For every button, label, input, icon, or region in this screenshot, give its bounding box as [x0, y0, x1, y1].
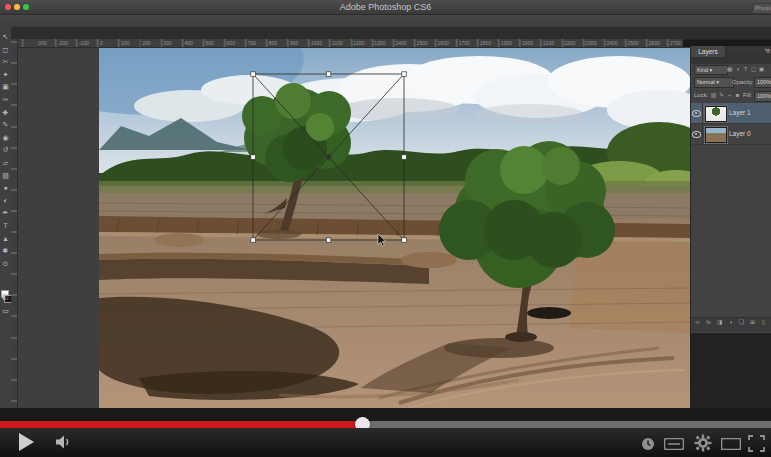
lock-position-icon[interactable]: +	[726, 91, 733, 99]
delete-layer-icon[interactable]: ▯	[760, 318, 767, 326]
volume-button[interactable]	[56, 435, 72, 449]
ruler-tick-label: 100	[121, 39, 129, 47]
ruler-tick-label: -200	[58, 39, 68, 47]
panel-menu-icon[interactable]: ≡	[766, 46, 770, 57]
eye-icon[interactable]	[692, 110, 701, 117]
filter-adjustment-layers-icon[interactable]: ◑	[734, 65, 741, 73]
layer-filter-dropdown[interactable]: Kind ▾	[694, 65, 728, 75]
move-tool-icon[interactable]: ↖	[0, 31, 11, 43]
ruler-tick-label: 300	[163, 39, 171, 47]
brush-tool-icon[interactable]: ✎	[0, 119, 11, 131]
ruler-tick-label: -300	[37, 39, 47, 47]
filter-smart-objects-icon[interactable]: ▣	[758, 65, 765, 73]
ruler-tick-label: 1700	[459, 39, 470, 47]
tab-layers[interactable]: Layers	[691, 46, 726, 57]
ruler-tick-label: 0	[100, 39, 103, 47]
opacity-field[interactable]: 100%	[754, 77, 771, 88]
layer-name: Layer 0	[729, 130, 751, 137]
ruler-tick-label: 1600	[438, 39, 449, 47]
lock-pixels-icon[interactable]: ✎	[718, 91, 725, 99]
crop-tool-icon[interactable]: ▣	[0, 81, 11, 93]
hand-tool-icon[interactable]: ✱	[0, 245, 11, 257]
app-title: Adobe Photoshop CS6	[0, 2, 771, 12]
horizontal-ruler: -300-200-1000100200300400500600700800900…	[17, 39, 683, 48]
ruler-tick-label: 2000	[522, 39, 533, 47]
move-cursor-icon	[378, 234, 385, 246]
marquee-tool-icon[interactable]: ◻	[0, 44, 11, 56]
opacity-label: Opacity:	[732, 79, 754, 85]
captions-icon[interactable]	[664, 438, 684, 450]
quick-mask-mode-icon[interactable]: ◧	[0, 291, 11, 303]
transform-overlay	[99, 48, 690, 408]
workspace-switcher-button[interactable]: Photography	[752, 3, 771, 14]
ruler-tick-label: 1400	[395, 39, 406, 47]
clone-stamp-tool-icon[interactable]: ◉	[0, 132, 11, 144]
layers-panel: ▸▸ Layers ≡ Kind ▾ ▦◑T◻▣ Normal ▾ Opacit…	[690, 46, 771, 333]
screen-mode-icon[interactable]: ▭	[0, 305, 11, 317]
ruler-tick-label: 1000	[311, 39, 322, 47]
ruler-tick-label: -100	[79, 39, 89, 47]
layer-row[interactable]: Layer 0	[691, 124, 771, 145]
ruler-tick-label: 1100	[332, 39, 343, 47]
path-selection-tool-icon[interactable]: ▲	[0, 233, 11, 245]
filter-shape-layers-icon[interactable]: ◻	[750, 65, 757, 73]
ruler-tick-label: 2600	[649, 39, 660, 47]
layer-thumbnail[interactable]	[705, 106, 727, 122]
lasso-tool-icon[interactable]: ✂	[0, 56, 11, 68]
layer-style-icon[interactable]: fx	[705, 318, 712, 326]
video-progress-fill	[0, 421, 362, 428]
healing-brush-tool-icon[interactable]: ✚	[0, 107, 11, 119]
play-button[interactable]	[16, 432, 36, 452]
layer-row[interactable]: Layer 1	[691, 103, 771, 124]
ruler-tick-label: 200	[142, 39, 150, 47]
gradient-tool-icon[interactable]: ▨	[0, 170, 11, 182]
layer-visibility-toggle[interactable]	[691, 124, 703, 144]
layer-visibility-toggle[interactable]	[691, 103, 703, 123]
pen-tool-icon[interactable]: ✒	[0, 207, 11, 219]
new-adjustment-layer-icon[interactable]: ◑	[727, 318, 734, 326]
quick-selection-tool-icon[interactable]: ✦	[0, 69, 11, 81]
eraser-tool-icon[interactable]: ▱	[0, 157, 11, 169]
ruler-tick-label: 2500	[628, 39, 639, 47]
eyedropper-tool-icon[interactable]: ✑	[0, 94, 11, 106]
link-layers-icon[interactable]: ∞	[694, 318, 701, 326]
eye-icon[interactable]	[692, 131, 701, 138]
photoshop-tutorial-video-frame: Adobe Photoshop CS6 Photography ◻▾ X: 12…	[0, 0, 771, 457]
ruler-tick-label: 500	[206, 39, 214, 47]
add-layer-mask-icon[interactable]: ◨	[716, 318, 723, 326]
blend-mode-dropdown[interactable]: Normal ▾	[694, 77, 734, 88]
lock-label: Lock:	[694, 92, 708, 98]
app-title-bar: Adobe Photoshop CS6 Photography	[0, 0, 771, 15]
filter-pixel-layers-icon[interactable]: ▦	[726, 65, 733, 73]
lock-transparency-icon[interactable]: ▨	[710, 91, 717, 99]
vertical-ruler	[11, 39, 18, 421]
layer-name: Layer 1	[729, 109, 751, 116]
history-brush-tool-icon[interactable]: ↺	[0, 144, 11, 156]
video-control-bar: 0:24 / 0:52 HD	[0, 428, 771, 457]
ruler-tick-label: 2400	[606, 39, 617, 47]
theater-mode-icon[interactable]	[721, 438, 741, 450]
fill-field[interactable]: 100%	[754, 91, 771, 102]
zoom-tool-icon[interactable]: ⊙	[0, 258, 11, 270]
layers-panel-bottom-bar: ∞fx◨◑❏⊞▯	[691, 317, 771, 332]
ruler-tick-label: 400	[184, 39, 192, 47]
new-group-icon[interactable]: ❏	[738, 318, 745, 326]
window-bottom-strip	[0, 408, 771, 421]
settings-gear-icon[interactable]	[694, 434, 712, 452]
type-tool-icon[interactable]: T	[0, 220, 11, 232]
ruler-tick-label: 2300	[585, 39, 596, 47]
ruler-tick-label: 2100	[543, 39, 554, 47]
fill-label: Fill:	[743, 92, 752, 98]
filter-type-layers-icon[interactable]: T	[742, 65, 749, 73]
blur-tool-icon[interactable]: ●	[0, 182, 11, 194]
ruler-tick-label: 600	[227, 39, 235, 47]
ruler-tick-label: 1900	[501, 39, 512, 47]
new-layer-icon[interactable]: ⊞	[749, 318, 756, 326]
layer-thumbnail[interactable]	[705, 127, 727, 143]
ruler-tick-label: 700	[248, 39, 256, 47]
watch-later-icon[interactable]	[641, 437, 655, 451]
dodge-tool-icon[interactable]: ◐	[0, 195, 11, 207]
lock-all-icon[interactable]: ■	[734, 91, 741, 99]
ruler-tick-label: 800	[269, 39, 277, 47]
fullscreen-icon[interactable]	[748, 435, 765, 452]
